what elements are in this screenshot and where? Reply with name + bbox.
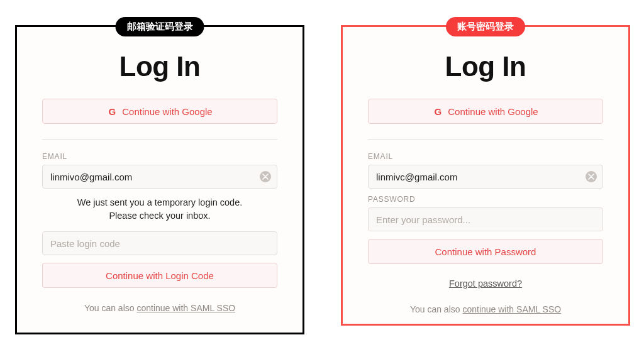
email-input[interactable] bbox=[368, 165, 603, 189]
email-label: EMAIL bbox=[368, 152, 603, 161]
page-title: Log In bbox=[368, 51, 603, 82]
page-title: Log In bbox=[42, 51, 277, 82]
password-input-wrap bbox=[368, 207, 603, 231]
divider bbox=[42, 139, 277, 140]
code-input-wrap bbox=[42, 231, 277, 255]
email-input-wrap bbox=[368, 165, 603, 189]
google-icon: G bbox=[433, 106, 443, 116]
continue-with-google-button[interactable]: G Continue with Google bbox=[368, 99, 603, 124]
continue-with-google-button[interactable]: G Continue with Google bbox=[42, 99, 277, 124]
login-panel-password: 账号密码登录 Log In G Continue with Google EMA… bbox=[341, 25, 630, 326]
google-button-label: Continue with Google bbox=[448, 106, 538, 117]
clear-icon[interactable] bbox=[586, 171, 597, 182]
email-input-wrap bbox=[42, 165, 277, 189]
continue-with-password-button[interactable]: Continue with Password bbox=[368, 239, 603, 264]
google-button-label: Continue with Google bbox=[122, 106, 212, 117]
email-label: EMAIL bbox=[42, 152, 277, 161]
saml-footer: You can also continue with SAML SSO bbox=[368, 304, 603, 314]
password-input[interactable] bbox=[368, 207, 603, 231]
email-input[interactable] bbox=[42, 165, 277, 189]
login-code-input[interactable] bbox=[42, 231, 277, 255]
continue-password-label: Continue with Password bbox=[435, 246, 536, 257]
forgot-password-link[interactable]: Forgot password? bbox=[449, 278, 522, 289]
password-label: PASSWORD bbox=[368, 195, 603, 204]
panel-badge: 邮箱验证码登录 bbox=[116, 17, 204, 36]
continue-with-login-code-button[interactable]: Continue with Login Code bbox=[42, 263, 277, 288]
continue-code-label: Continue with Login Code bbox=[106, 270, 214, 281]
login-panel-email-code: 邮箱验证码登录 Log In G Continue with Google EM… bbox=[15, 25, 304, 334]
clear-icon[interactable] bbox=[260, 171, 271, 182]
panel-badge: 账号密码登录 bbox=[446, 17, 525, 36]
saml-sso-link[interactable]: continue with SAML SSO bbox=[136, 303, 235, 313]
divider bbox=[368, 139, 603, 140]
saml-footer: You can also continue with SAML SSO bbox=[42, 303, 277, 313]
saml-sso-link[interactable]: continue with SAML SSO bbox=[462, 304, 561, 314]
forgot-password-row: Forgot password? bbox=[368, 278, 603, 289]
google-icon: G bbox=[107, 106, 117, 116]
code-sent-message: We just sent you a temporary login code.… bbox=[42, 196, 277, 223]
